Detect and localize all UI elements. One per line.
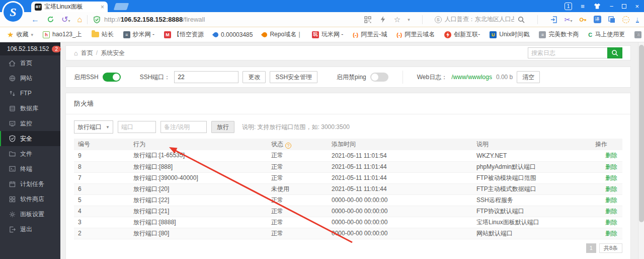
ssh-security-button[interactable]: SSH安全管理 [270,71,317,83]
bookmark-label: 站长 [102,30,114,39]
tab-count-badge[interactable]: 1 [565,3,573,10]
refresh-icon[interactable] [46,16,54,24]
maximize-icon[interactable] [622,4,626,9]
rule-type-select[interactable]: 放行端口 ▼ [74,120,113,134]
site-favicon: U [490,31,497,38]
more-tools-icon[interactable]: ⋯ [622,16,629,23]
delete-rule-link[interactable]: 删除 [605,163,617,170]
bookmark-item[interactable]: UUnix时间戳 [490,30,529,39]
lightning-icon[interactable] [379,16,387,24]
change-port-button[interactable]: 更改 [243,71,266,83]
delete-rule-link[interactable]: 删除 [605,185,617,192]
sidebar-item-首页[interactable]: 首页 [0,55,60,71]
search-suggestion[interactable]: 人口普查：东北地区人口占比 [445,15,514,24]
sidebar-item-退出[interactable]: 退出 [0,222,60,237]
bookmark-item[interactable]: Repo域名｜ [262,30,302,39]
back-icon[interactable]: ← [31,16,39,24]
bookmark-item[interactable]: ≡炒米网 - [123,30,154,39]
sidebar-item-监控[interactable]: 监控 [0,116,60,131]
ping-toggle[interactable] [370,73,388,82]
bookmark-item[interactable]: C马上使用更 [588,30,625,39]
sidebar-item-面板设置[interactable]: 面板设置 [0,207,60,222]
port-input[interactable] [118,121,156,133]
bookmark-item[interactable]: ≡完美数卡商 [539,30,579,39]
home-icon[interactable]: ⌂ [77,16,82,24]
new-tab-button[interactable] [114,3,129,10]
delete-rule-link[interactable]: 删除 [605,197,617,204]
delete-rule-link[interactable]: 删除 [605,174,617,181]
sidebar-item-网站[interactable]: 网站 [0,71,60,86]
browser-tab[interactable]: BT 宝塔Linux面板 × [31,2,108,12]
id: 8 [74,161,129,172]
note-input[interactable] [160,121,207,133]
site-shield-icon[interactable] [93,16,101,24]
bookmark-item[interactable]: hhao123_上 [43,30,82,39]
address-bar[interactable]: http://106.52.158.152:8888/firewall [93,16,205,24]
browser-logo-icon[interactable]: S [2,1,24,23]
screen: S BT 宝塔Linux面板 × 1 ≡ − × ← ↺▾ ⌂ [0,0,644,259]
search-magnifier-icon[interactable] [517,16,525,24]
weblog-path-link[interactable]: /www/wwwlogs [451,74,492,81]
sidebar-item-FTP[interactable]: FTP [0,86,60,101]
browser-search-box[interactable]: S 人口普查：东北地区人口占比 [435,15,525,24]
rule-added-time: 0000-00-00 00:00:00 [328,206,472,217]
star-icon: ★ [7,31,14,38]
bookmarks-overflow-icon[interactable]: » [635,31,639,38]
delete-rule-link[interactable]: 删除 [605,219,617,226]
tab-close-icon[interactable]: × [101,4,104,11]
translate-icon[interactable]: 译 [594,16,601,23]
url-text[interactable]: http://106.52.158.152:8888/firewall [104,16,205,23]
proxy-login-icon[interactable] [550,16,558,24]
ssh-port-input[interactable] [174,71,238,83]
page-scrollbar[interactable] [638,42,644,259]
delete-rule-link[interactable]: 删除 [605,152,617,159]
flame-icon [212,31,219,38]
bookmark-item[interactable]: 0.00003485 [213,31,253,38]
server-ip-header[interactable]: 106.52.158.152 2 [0,42,60,55]
bookmark-item[interactable]: 创新互联- [444,30,480,39]
sidebar-item-软件商店[interactable]: 软件商店 [0,191,60,207]
terminal-icon [9,165,16,172]
password-key-icon[interactable] [579,16,587,24]
bookmark-item[interactable]: ★收藏▾ [7,30,33,39]
bookmark-label: 完美数卡商 [548,30,579,39]
bookmark-item[interactable]: (-)阿里云域名 [396,30,435,39]
delete-rule-link[interactable]: 删除 [605,208,617,215]
clear-log-button[interactable]: 清空 [517,71,540,83]
status-help-icon[interactable]: ? [285,143,291,149]
restore-session-icon[interactable]: ↺▾ [61,16,70,24]
window-close-icon[interactable]: × [635,3,639,10]
skin-icon[interactable] [593,2,601,10]
site-favicon: 玩 [312,31,319,38]
allow-port-button[interactable]: 放行 [211,121,234,133]
scrollbar-thumb[interactable] [639,45,644,222]
sidebar-item-安全[interactable]: 安全 [0,131,60,146]
log-search-input[interactable] [528,47,607,58]
ssh-toggle[interactable] [103,73,121,82]
bookmark-item[interactable]: (-)阿里云-城 [353,30,387,39]
notification-badge[interactable]: 2 [52,46,61,52]
clipboard-icon[interactable] [608,16,616,24]
delete-rule-link[interactable]: 删除 [605,230,617,237]
page-number-button[interactable]: 1 [586,243,596,253]
menu-icon[interactable]: ≡ [581,3,585,10]
qr-code-icon[interactable] [364,16,372,24]
breadcrumb-home[interactable]: 首页 [81,49,93,57]
sidebar-item-终端[interactable]: 终端 [0,161,60,176]
breadcrumb-home-icon: ⌂ [74,49,78,57]
bookmark-item[interactable]: M【悟空资源 [164,30,204,39]
sidebar-item-文件[interactable]: 文件 [0,146,60,161]
sidebar-item-label: 退出 [20,225,32,234]
bookmark-item[interactable]: 站长 [92,30,114,39]
minimize-icon[interactable]: − [610,3,614,10]
bookmark-item[interactable]: 玩玩米网 - [312,30,343,39]
screenshot-scissors-icon[interactable]: ✂▾ [565,16,573,24]
address-dropdown-icon[interactable]: ▾ [408,17,410,22]
download-icon[interactable]: ↓ [636,16,639,23]
sidebar-item-计划任务[interactable]: 计划任务 [0,176,60,191]
log-search-button[interactable] [607,47,622,58]
id: 2 [74,228,129,239]
favorite-star-icon[interactable]: ☆ [394,15,400,24]
sidebar-item-数据库[interactable]: 数据库 [0,101,60,116]
table-row: 8放行端口:[888]正常2021-05-11 11:01:44phpMyAdm… [74,161,622,172]
